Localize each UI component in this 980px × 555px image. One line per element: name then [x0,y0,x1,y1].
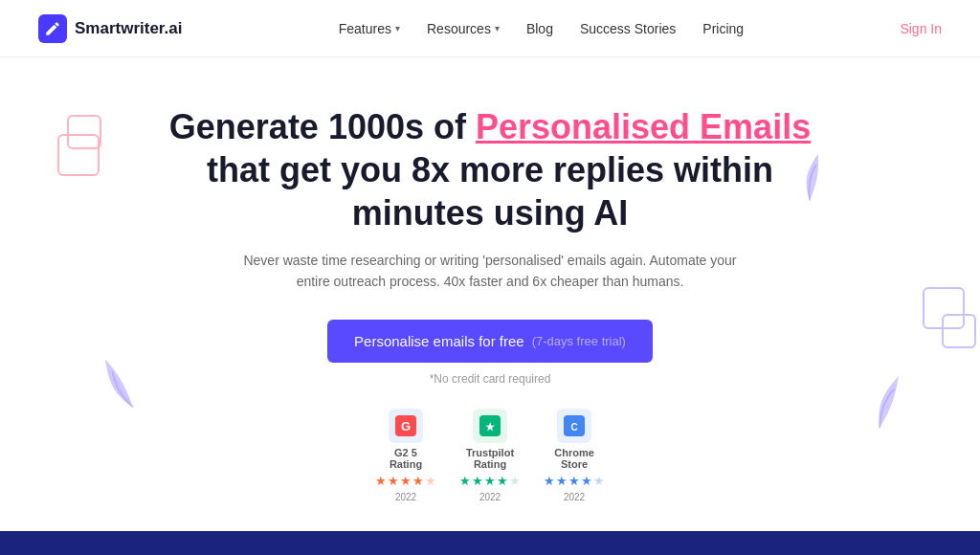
chevron-down-icon: ▾ [495,23,500,33]
logo-icon [38,14,67,43]
navbar: Smartwriter.ai Features ▾ Resources ▾ Bl… [0,0,980,57]
logo-text: Smartwriter.ai [75,19,182,38]
chrome-stars: ★ ★ ★ ★ ★ [544,474,605,488]
hero-section: Generate 1000s of Personalised Emails th… [0,57,980,531]
nav-blog[interactable]: Blog [526,21,553,36]
deco-square-r2 [942,314,976,348]
nav-success-stories[interactable]: Success Stories [580,21,676,36]
logo-svg [44,20,61,37]
cta-wrapper: Personalise emails for free (7-days free… [38,320,942,363]
hero-title: Generate 1000s of Personalised Emails th… [165,105,815,234]
svg-text:G: G [401,419,411,433]
svg-text:★: ★ [485,421,496,433]
g2-icon: G [389,409,423,443]
chevron-down-icon: ▾ [395,23,400,33]
trustpilot-label: TrustpilotRating [466,447,514,470]
g2-label: G2 5Rating [390,447,422,470]
rating-trustpilot: ★ TrustpilotRating ★ ★ ★ ★ ★ 2022 [459,409,521,502]
ratings-row: G G2 5Rating ★ ★ ★ ★ ★ 2022 ★ Trustpilot… [38,409,942,502]
svg-text:C: C [570,422,577,433]
deco-square-2 [57,134,100,176]
cta-main-text: Personalise emails for free [354,333,524,349]
chrome-year: 2022 [564,492,585,502]
logo[interactable]: Smartwriter.ai [38,14,182,43]
hero-highlight: Personalised Emails [476,107,811,146]
nav-features[interactable]: Features ▾ [339,21,400,36]
trustpilot-icon: ★ [473,409,507,443]
rating-chrome: C ChromeStore ★ ★ ★ ★ ★ 2022 [544,409,605,502]
no-cc-text: *No credit card required [38,372,942,386]
hero-subtitle: Never waste time researching or writing … [241,250,739,293]
g2-year: 2022 [395,492,416,502]
signin-link[interactable]: Sign In [900,21,942,36]
trustpilot-year: 2022 [479,492,501,502]
nav-resources[interactable]: Resources ▾ [427,21,500,36]
g2-stars: ★ ★ ★ ★ ★ [375,474,436,488]
nav-pricing[interactable]: Pricing [702,21,744,36]
cta-sub-text: (7-days free trial) [532,334,626,348]
rating-g2: G G2 5Rating ★ ★ ★ ★ ★ 2022 [375,409,436,502]
cta-button[interactable]: Personalise emails for free (7-days free… [327,320,653,363]
chrome-icon: C [557,409,591,443]
chrome-label: ChromeStore [554,447,594,470]
nav-links: Features ▾ Resources ▾ Blog Success Stor… [339,21,744,36]
bottom-section: Here's What You Can Expect In Seconds. U… [0,531,980,555]
trustpilot-stars: ★ ★ ★ ★ ★ [459,474,521,488]
